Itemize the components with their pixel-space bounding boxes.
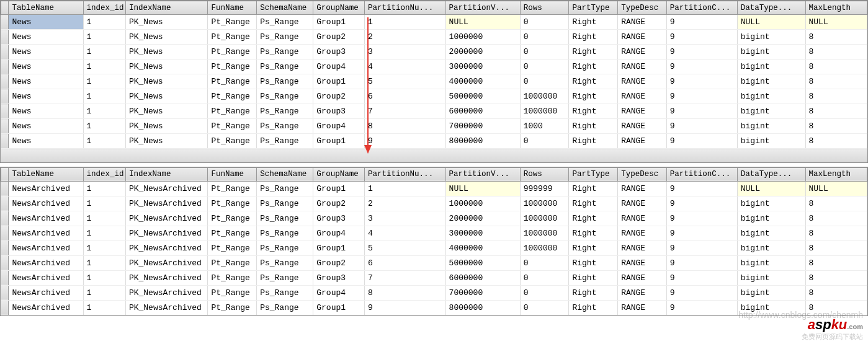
row-selector[interactable] (1, 211, 9, 226)
table-row[interactable]: News1PK_NewsPt_RangePs_RangeGroup1980000… (1, 134, 867, 149)
cell-funname[interactable]: Pt_Range (208, 104, 257, 119)
cell-partitionnu[interactable]: 4 (365, 60, 445, 74)
cell-parttype[interactable]: Right (569, 60, 618, 74)
col-maxlength[interactable]: MaxLength (805, 167, 867, 181)
cell-rows[interactable]: 1000000 (520, 240, 569, 255)
cell-rows[interactable]: 0 (520, 270, 569, 285)
cell-partitionnu[interactable]: 9 (365, 134, 445, 149)
cell-tablename[interactable]: News (9, 15, 83, 30)
cell-partitionc[interactable]: 9 (666, 15, 737, 30)
cell-partitionv[interactable]: 5000000 (445, 255, 520, 270)
table-row[interactable]: NewsArchived1PK_NewsArchivedPt_RangePs_R… (1, 196, 867, 211)
cell-parttype[interactable]: Right (569, 240, 618, 255)
cell-typedesc[interactable]: RANGE (618, 60, 667, 74)
cell-index_id[interactable]: 1 (83, 45, 125, 60)
col-indexname[interactable]: IndexName (125, 167, 208, 181)
col-parttype[interactable]: PartType (569, 167, 618, 181)
cell-schemaname[interactable]: Ps_Range (257, 300, 313, 315)
cell-tablename[interactable]: NewsArchived (9, 300, 83, 315)
cell-groupname[interactable]: Group4 (313, 60, 365, 74)
cell-schemaname[interactable]: Ps_Range (257, 255, 313, 270)
cell-partitionv[interactable]: 2000000 (445, 211, 520, 226)
cell-indexname[interactable]: PK_News (125, 60, 208, 74)
cell-maxlength[interactable]: 8 (805, 255, 867, 270)
table-row[interactable]: News1PK_NewsPt_RangePs_RangeGroup1540000… (1, 74, 867, 89)
cell-groupname[interactable]: Group1 (313, 300, 365, 315)
cell-funname[interactable]: Pt_Range (208, 119, 257, 134)
col-index-id[interactable]: index_id (83, 167, 125, 181)
cell-funname[interactable]: Pt_Range (208, 285, 257, 300)
cell-partitionc[interactable]: 9 (666, 270, 737, 285)
cell-partitionnu[interactable]: 4 (365, 226, 445, 240)
cell-parttype[interactable]: Right (569, 255, 618, 270)
cell-datatype[interactable]: bigint (737, 30, 805, 45)
col-parttype[interactable]: PartType (569, 1, 618, 15)
cell-datatype[interactable]: bigint (737, 89, 805, 104)
cell-groupname[interactable]: Group3 (313, 270, 365, 285)
cell-partitionv[interactable]: NULL (445, 15, 520, 30)
cell-tablename[interactable]: News (9, 134, 83, 149)
cell-index_id[interactable]: 1 (83, 30, 125, 45)
cell-schemaname[interactable]: Ps_Range (257, 196, 313, 211)
cell-funname[interactable]: Pt_Range (208, 45, 257, 60)
cell-funname[interactable]: Pt_Range (208, 89, 257, 104)
cell-schemaname[interactable]: Ps_Range (257, 285, 313, 300)
cell-partitionv[interactable]: 6000000 (445, 104, 520, 119)
col-partitionv[interactable]: PartitionV... (445, 167, 520, 181)
cell-indexname[interactable]: PK_News (125, 119, 208, 134)
cell-schemaname[interactable]: Ps_Range (257, 74, 313, 89)
cell-schemaname[interactable]: Ps_Range (257, 270, 313, 285)
cell-indexname[interactable]: PK_News (125, 74, 208, 89)
cell-funname[interactable]: Pt_Range (208, 134, 257, 149)
cell-maxlength[interactable]: 8 (805, 30, 867, 45)
cell-groupname[interactable]: Group1 (313, 74, 365, 89)
table-row[interactable]: News1PK_NewsPt_RangePs_RangeGroup4870000… (1, 119, 867, 134)
row-selector[interactable] (1, 89, 9, 104)
cell-tablename[interactable]: NewsArchived (9, 270, 83, 285)
cell-tablename[interactable]: News (9, 30, 83, 45)
cell-datatype[interactable]: bigint (737, 134, 805, 149)
cell-partitionc[interactable]: 9 (666, 30, 737, 45)
cell-parttype[interactable]: Right (569, 300, 618, 315)
cell-schemaname[interactable]: Ps_Range (257, 211, 313, 226)
cell-groupname[interactable]: Group3 (313, 45, 365, 60)
col-typedesc[interactable]: TypeDesc (618, 167, 667, 181)
cell-groupname[interactable]: Group2 (313, 196, 365, 211)
cell-typedesc[interactable]: RANGE (618, 74, 667, 89)
cell-index_id[interactable]: 1 (83, 255, 125, 270)
cell-parttype[interactable]: Right (569, 119, 618, 134)
cell-funname[interactable]: Pt_Range (208, 74, 257, 89)
row-selector[interactable] (1, 119, 9, 134)
cell-maxlength[interactable]: 8 (805, 211, 867, 226)
cell-partitionc[interactable]: 9 (666, 104, 737, 119)
cell-maxlength[interactable]: 8 (805, 74, 867, 89)
cell-partitionnu[interactable]: 2 (365, 196, 445, 211)
cell-indexname[interactable]: PK_News (125, 134, 208, 149)
cell-parttype[interactable]: Right (569, 226, 618, 240)
cell-partitionv[interactable]: 4000000 (445, 240, 520, 255)
cell-groupname[interactable]: Group3 (313, 211, 365, 226)
cell-groupname[interactable]: Group1 (313, 240, 365, 255)
cell-partitionv[interactable]: 8000000 (445, 134, 520, 149)
cell-typedesc[interactable]: RANGE (618, 285, 667, 300)
cell-funname[interactable]: Pt_Range (208, 226, 257, 240)
cell-index_id[interactable]: 1 (83, 89, 125, 104)
cell-index_id[interactable]: 1 (83, 60, 125, 74)
cell-rows[interactable]: 0 (520, 134, 569, 149)
cell-maxlength[interactable]: 8 (805, 89, 867, 104)
cell-partitionv[interactable]: 7000000 (445, 119, 520, 134)
cell-indexname[interactable]: PK_News (125, 15, 208, 30)
row-selector[interactable] (1, 196, 9, 211)
table-row[interactable]: NewsArchived1PK_NewsArchivedPt_RangePs_R… (1, 270, 867, 285)
cell-indexname[interactable]: PK_NewsArchived (125, 270, 208, 285)
cell-funname[interactable]: Pt_Range (208, 240, 257, 255)
cell-rows[interactable]: 1000 (520, 119, 569, 134)
cell-partitionv[interactable]: 7000000 (445, 285, 520, 300)
cell-parttype[interactable]: Right (569, 285, 618, 300)
cell-rows[interactable]: 0 (520, 300, 569, 315)
row-selector[interactable] (1, 104, 9, 119)
cell-tablename[interactable]: NewsArchived (9, 255, 83, 270)
cell-rows[interactable]: 999999 (520, 181, 569, 196)
cell-partitionv[interactable]: 1000000 (445, 196, 520, 211)
cell-typedesc[interactable]: RANGE (618, 211, 667, 226)
